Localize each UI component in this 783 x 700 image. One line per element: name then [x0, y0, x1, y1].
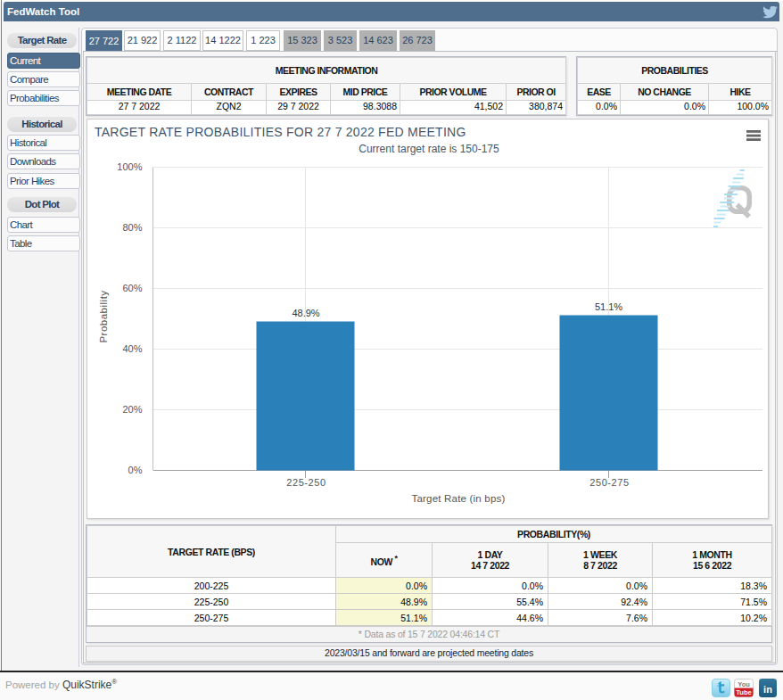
svg-text:Tube: Tube	[736, 688, 751, 696]
svg-text:0%: 0%	[128, 465, 143, 475]
svg-text:in: in	[763, 684, 772, 695]
svg-text:51.1%: 51.1%	[595, 301, 622, 312]
svg-text:100%: 100%	[117, 161, 142, 172]
svg-text:60%: 60%	[122, 283, 142, 293]
svg-text:20%: 20%	[122, 404, 142, 415]
svg-text:TARGET RATE PROBABILITIES FOR: TARGET RATE PROBABILITIES FOR 27 7 2022 …	[95, 125, 466, 139]
svg-text:40%: 40%	[122, 343, 142, 354]
svg-text:225-250: 225-250	[286, 477, 326, 488]
svg-text:You: You	[738, 680, 750, 688]
svg-text:80%: 80%	[122, 222, 142, 233]
svg-text:250-275: 250-275	[589, 477, 630, 488]
svg-text:48.9%: 48.9%	[292, 308, 319, 318]
svg-text:Probability: Probability	[98, 290, 109, 342]
svg-text:Current target rate is 150-175: Current target rate is 150-175	[359, 143, 499, 155]
svg-text:Target Rate (in bps): Target Rate (in bps)	[412, 493, 506, 504]
